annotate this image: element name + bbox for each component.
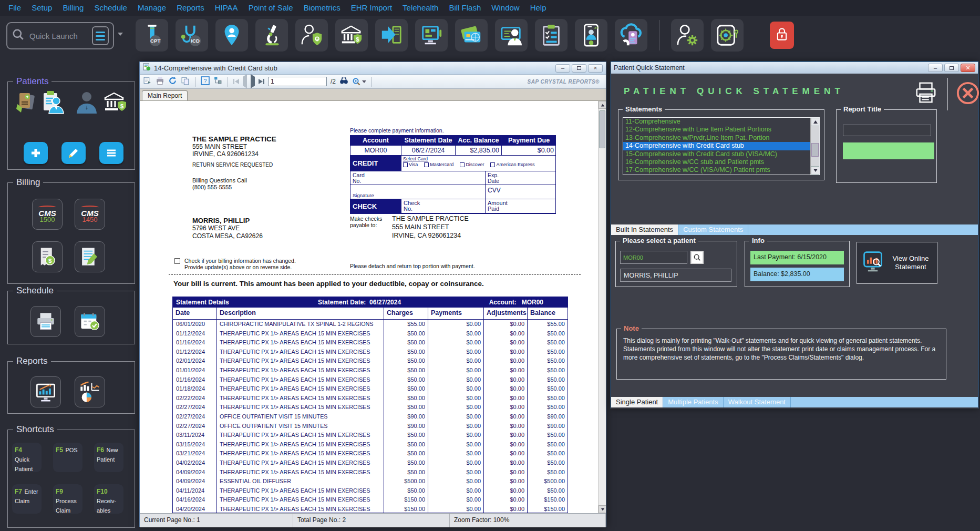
patient-mode-tab[interactable]: Walkout Statement	[724, 397, 791, 407]
menu-item[interactable]: Bill Flash	[443, 0, 486, 16]
statement-list-item[interactable]: 14-Comprehensive with Credit Card stub	[623, 142, 810, 150]
toolbar-button[interactable]	[495, 19, 528, 52]
patient-action-button[interactable]	[24, 142, 48, 164]
menu-burger-icon[interactable]	[92, 26, 109, 45]
toolbar-button[interactable]	[255, 19, 288, 52]
menu-item[interactable]: File	[3, 0, 26, 16]
toolbar-button[interactable]	[455, 19, 488, 52]
statement-list-item[interactable]: 15-Comprehensive with Credit Card stub (…	[623, 150, 810, 158]
dialog-titlebar[interactable]: Patient Quick Statement – ✕	[611, 62, 978, 74]
menu-item[interactable]: Telehealth	[397, 0, 443, 16]
toolbar-button[interactable]: CPT	[136, 19, 168, 52]
toolbar-button[interactable]	[215, 19, 248, 52]
shortcut-button[interactable]: F10 Receiv-ables	[94, 484, 123, 514]
billing-button[interactable]	[75, 241, 105, 272]
patient-code-input[interactable]: MOR00	[620, 251, 687, 264]
quick-launch-caret[interactable]	[118, 33, 123, 36]
listbox-scrollbar[interactable]	[810, 118, 819, 175]
menu-item[interactable]: Biometrics	[298, 0, 346, 16]
schedule-button[interactable]	[75, 306, 105, 337]
dialog-minimize-button[interactable]: –	[928, 64, 943, 72]
toolbar-button[interactable]: ICD	[176, 19, 208, 52]
minimize-button[interactable]: –	[555, 64, 570, 73]
last-page-button[interactable]	[259, 79, 264, 84]
toolbar-button[interactable]	[671, 19, 704, 52]
billing-button[interactable]: $	[32, 241, 63, 272]
statement-type-tab[interactable]: Built In Statements	[611, 224, 678, 235]
report-button[interactable]	[75, 376, 105, 407]
lock-button[interactable]	[770, 22, 794, 49]
toolbar-button[interactable]	[711, 19, 744, 52]
billing-change-checkbox[interactable]	[174, 258, 180, 264]
shortcut-button[interactable]: F5 POS	[53, 443, 82, 472]
copy-icon[interactable]	[181, 76, 190, 87]
print-statement-icon[interactable]	[914, 81, 938, 105]
cms-form-button[interactable]: CMS 1450	[75, 199, 105, 230]
shortcut-button[interactable]: F6 New Patient	[94, 443, 123, 472]
statement-list-item[interactable]: 17-Comprehensive w/CC (VISA/MC) Patient …	[623, 166, 810, 174]
quick-launch-box[interactable]: Quick Launch	[6, 22, 114, 49]
dialog-close-button[interactable]: ✕	[961, 64, 975, 72]
card-checkbox[interactable]	[490, 162, 495, 167]
list-scroll-down[interactable]	[811, 166, 820, 175]
find-binoculars-icon[interactable]	[339, 76, 348, 87]
patient-mode-tab[interactable]: Single Patient	[611, 397, 663, 407]
parameter-panel-icon[interactable]: ?	[201, 76, 210, 87]
menu-item[interactable]: Schedule	[89, 0, 132, 16]
report-vertical-scrollbar[interactable]	[598, 101, 606, 513]
menu-item[interactable]: Setup	[26, 0, 57, 16]
export-icon[interactable]	[143, 76, 152, 87]
previous-page-button[interactable]	[243, 77, 247, 86]
patient-icon[interactable]	[74, 88, 99, 117]
menu-item[interactable]: HIPAA	[210, 0, 243, 16]
schedule-button[interactable]	[30, 306, 61, 337]
toolbar-button[interactable]	[415, 19, 448, 52]
print-icon[interactable]	[156, 76, 164, 87]
menu-item[interactable]: Reports	[171, 0, 210, 16]
group-tree-icon[interactable]	[213, 76, 222, 87]
list-scroll-up[interactable]	[811, 118, 820, 126]
scroll-up-arrow[interactable]	[599, 101, 606, 109]
menu-item[interactable]: EHR Import	[346, 0, 397, 16]
menu-item[interactable]: Point of Sale	[243, 0, 298, 16]
statements-listbox[interactable]: 11-Comprehensive12-Comprehensive with Li…	[623, 117, 820, 175]
toolbar-button[interactable]: $	[335, 19, 368, 52]
report-title-input[interactable]	[843, 125, 931, 136]
first-page-button[interactable]	[233, 79, 239, 84]
shortcut-button[interactable]: F4 Quick Patient	[12, 443, 42, 472]
report-button[interactable]	[30, 376, 61, 407]
patient-action-button[interactable]	[61, 142, 86, 164]
shortcut-button[interactable]: F7 Enter Claim	[12, 484, 42, 514]
card-checkbox[interactable]	[460, 162, 465, 167]
statement-list-item[interactable]: 13-Comprehensive w/Prvdr,Line Item Pat. …	[623, 134, 810, 142]
patient-action-button[interactable]	[99, 142, 123, 164]
page-number-input[interactable]	[268, 77, 327, 86]
zoom-button[interactable]	[352, 77, 366, 86]
menu-item[interactable]: Help	[525, 0, 552, 16]
report-window-titlebar[interactable]: 14-Comprehensive with Credit Card stub –…	[140, 62, 606, 75]
next-page-button[interactable]	[251, 77, 255, 86]
cms-form-button[interactable]: CMS 1500	[32, 199, 63, 230]
list-scroll-thumb[interactable]	[811, 143, 819, 157]
menu-item[interactable]: Manage	[132, 0, 171, 16]
patient-icon[interactable]	[40, 88, 65, 117]
patient-mode-tab[interactable]: Multiple Patients	[663, 397, 723, 407]
toolbar-button[interactable]	[535, 19, 568, 52]
patient-icon[interactable]: $	[103, 88, 128, 117]
main-report-tab[interactable]: Main Report	[142, 90, 188, 100]
refresh-icon[interactable]	[168, 76, 177, 87]
scroll-down-arrow[interactable]	[599, 505, 606, 513]
patient-icon[interactable]	[15, 88, 40, 117]
statement-list-item[interactable]: 12-Comprehensive with Line Item Patient …	[623, 126, 810, 134]
dialog-restore-button[interactable]	[944, 64, 959, 72]
statement-list-item[interactable]: 16-Comprehensive w/CC stub and Patient p…	[623, 158, 810, 166]
statement-type-tab[interactable]: Custom Statements	[678, 224, 748, 235]
close-button[interactable]: ×	[588, 64, 603, 73]
statement-list-item[interactable]: 11-Comprehensive	[623, 118, 810, 126]
toolbar-button[interactable]	[295, 19, 328, 52]
toolbar-button[interactable]	[615, 19, 647, 52]
menu-item[interactable]: Billing	[57, 0, 89, 16]
toolbar-button[interactable]	[575, 19, 607, 52]
restore-button[interactable]	[572, 64, 586, 73]
close-dialog-icon[interactable]	[956, 81, 980, 105]
